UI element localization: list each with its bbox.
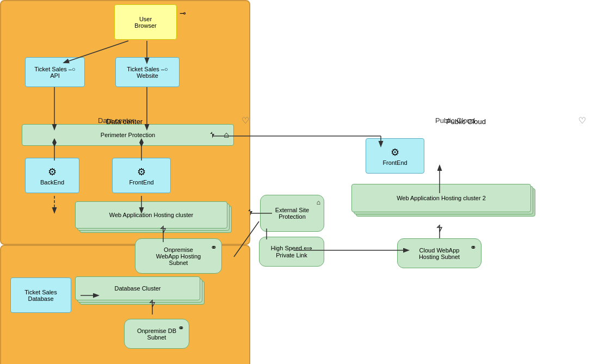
webapp-cluster-cloud-container: Web Application Hosting cluster 2: [351, 184, 531, 215]
frontend-dc-component-icon: ⚙: [137, 166, 146, 178]
cloud-webapp-subnet-node: Cloud WebApp Hosting Subnet ⚭: [397, 238, 481, 268]
svg-marker-24: [437, 225, 442, 232]
backend-node: ⚙ BackEnd: [25, 158, 79, 193]
webapp-cluster-cloud-box: Web Application Hosting cluster 2: [351, 184, 531, 212]
ticket-sales-website-node: Ticket Sales –○Website: [115, 57, 180, 87]
webapp-cluster-dc-box: Web Application Hosting cluster: [75, 201, 227, 229]
cloud-webapp-subnet-icon: ⚭: [470, 243, 477, 252]
database-cluster-container: Database Cluster: [75, 276, 200, 304]
perimeter-protection-node: Perimeter Protection ⌂: [22, 124, 234, 146]
onpremise-db-subnet-node: Onpremise DB Subnet ⚭: [124, 319, 189, 349]
user-browser-node: User Browser: [114, 4, 177, 40]
onpremise-db-subnet-icon: ⚭: [178, 324, 184, 332]
database-cluster-box: Database Cluster: [75, 276, 200, 300]
highspeed-private-link-node: High Speed ⟺ Private Link: [259, 237, 324, 267]
onpremise-webapp-subnet-icon: ⚭: [211, 243, 217, 252]
datacenter-text-label: Data center: [106, 118, 143, 126]
publiccloud-pin-icon: ♡: [578, 115, 586, 126]
external-site-protection-node: External Site Protection ⌂: [260, 195, 324, 232]
datacenter-pin-icon: ♡: [242, 115, 249, 126]
perimeter-house-icon: ⌂: [224, 130, 229, 140]
ticket-sales-api-node: Ticket Sales –○API: [25, 57, 85, 87]
frontend-cloud-component-icon: ⚙: [391, 146, 399, 158]
frontend-dc-node: ⚙ FrontEnd: [112, 158, 171, 193]
publiccloud-text-label: Public Cloud: [446, 118, 486, 126]
ticket-sales-database-node: Ticket Sales Database: [10, 277, 71, 313]
diagram-container: Data center Public Cloud ♡ ♡ User Browse…: [0, 0, 599, 364]
external-site-protection-icon: ⌂: [317, 199, 320, 206]
webapp-cluster-dc-container: Web Application Hosting cluster: [75, 201, 227, 231]
user-browser-interface-icon: ⊸: [180, 9, 186, 17]
frontend-cloud-node: ⚙ FrontEnd: [366, 138, 424, 174]
backend-component-icon: ⚙: [48, 166, 57, 178]
onpremise-webapp-subnet-node: Onpremise WebApp Hosting Subnet ⚭: [135, 238, 222, 274]
